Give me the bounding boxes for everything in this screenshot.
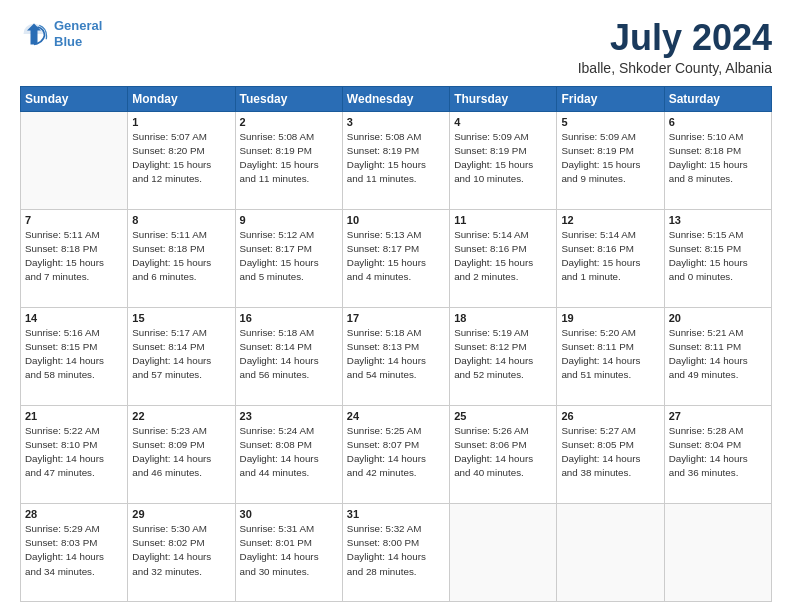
header-thursday: Thursday (450, 86, 557, 111)
header-wednesday: Wednesday (342, 86, 449, 111)
day-info: Sunrise: 5:31 AM Sunset: 8:01 PM Dayligh… (240, 522, 338, 579)
header-sunday: Sunday (21, 86, 128, 111)
day-info: Sunrise: 5:32 AM Sunset: 8:00 PM Dayligh… (347, 522, 445, 579)
day-number: 1 (132, 116, 230, 128)
day-info: Sunrise: 5:12 AM Sunset: 8:17 PM Dayligh… (240, 228, 338, 285)
table-row: 19Sunrise: 5:20 AM Sunset: 8:11 PM Dayli… (557, 307, 664, 405)
day-info: Sunrise: 5:08 AM Sunset: 8:19 PM Dayligh… (347, 130, 445, 187)
header-friday: Friday (557, 86, 664, 111)
day-number: 24 (347, 410, 445, 422)
title-block: July 2024 Iballe, Shkoder County, Albani… (578, 18, 772, 76)
table-row: 21Sunrise: 5:22 AM Sunset: 8:10 PM Dayli… (21, 405, 128, 503)
day-number: 19 (561, 312, 659, 324)
day-info: Sunrise: 5:29 AM Sunset: 8:03 PM Dayligh… (25, 522, 123, 579)
table-row: 24Sunrise: 5:25 AM Sunset: 8:07 PM Dayli… (342, 405, 449, 503)
day-number: 21 (25, 410, 123, 422)
table-row: 23Sunrise: 5:24 AM Sunset: 8:08 PM Dayli… (235, 405, 342, 503)
calendar-week-row: 28Sunrise: 5:29 AM Sunset: 8:03 PM Dayli… (21, 503, 772, 601)
table-row: 13Sunrise: 5:15 AM Sunset: 8:15 PM Dayli… (664, 209, 771, 307)
table-row: 18Sunrise: 5:19 AM Sunset: 8:12 PM Dayli… (450, 307, 557, 405)
logo-text: General Blue (54, 18, 102, 49)
table-row: 22Sunrise: 5:23 AM Sunset: 8:09 PM Dayli… (128, 405, 235, 503)
day-info: Sunrise: 5:20 AM Sunset: 8:11 PM Dayligh… (561, 326, 659, 383)
table-row: 15Sunrise: 5:17 AM Sunset: 8:14 PM Dayli… (128, 307, 235, 405)
table-row: 3Sunrise: 5:08 AM Sunset: 8:19 PM Daylig… (342, 111, 449, 209)
table-row: 6Sunrise: 5:10 AM Sunset: 8:18 PM Daylig… (664, 111, 771, 209)
day-info: Sunrise: 5:18 AM Sunset: 8:14 PM Dayligh… (240, 326, 338, 383)
day-info: Sunrise: 5:25 AM Sunset: 8:07 PM Dayligh… (347, 424, 445, 481)
day-info: Sunrise: 5:09 AM Sunset: 8:19 PM Dayligh… (454, 130, 552, 187)
day-info: Sunrise: 5:16 AM Sunset: 8:15 PM Dayligh… (25, 326, 123, 383)
day-info: Sunrise: 5:23 AM Sunset: 8:09 PM Dayligh… (132, 424, 230, 481)
day-number: 29 (132, 508, 230, 520)
day-info: Sunrise: 5:11 AM Sunset: 8:18 PM Dayligh… (132, 228, 230, 285)
calendar-week-row: 14Sunrise: 5:16 AM Sunset: 8:15 PM Dayli… (21, 307, 772, 405)
page: General Blue July 2024 Iballe, Shkoder C… (0, 0, 792, 612)
day-number: 30 (240, 508, 338, 520)
logo: General Blue (20, 18, 102, 49)
table-row: 7Sunrise: 5:11 AM Sunset: 8:18 PM Daylig… (21, 209, 128, 307)
header-saturday: Saturday (664, 86, 771, 111)
table-row (664, 503, 771, 601)
day-number: 15 (132, 312, 230, 324)
day-number: 25 (454, 410, 552, 422)
day-number: 17 (347, 312, 445, 324)
calendar-week-row: 21Sunrise: 5:22 AM Sunset: 8:10 PM Dayli… (21, 405, 772, 503)
day-info: Sunrise: 5:26 AM Sunset: 8:06 PM Dayligh… (454, 424, 552, 481)
main-title: July 2024 (578, 18, 772, 58)
day-info: Sunrise: 5:28 AM Sunset: 8:04 PM Dayligh… (669, 424, 767, 481)
day-info: Sunrise: 5:10 AM Sunset: 8:18 PM Dayligh… (669, 130, 767, 187)
header-monday: Monday (128, 86, 235, 111)
day-info: Sunrise: 5:30 AM Sunset: 8:02 PM Dayligh… (132, 522, 230, 579)
day-info: Sunrise: 5:21 AM Sunset: 8:11 PM Dayligh… (669, 326, 767, 383)
table-row: 4Sunrise: 5:09 AM Sunset: 8:19 PM Daylig… (450, 111, 557, 209)
day-number: 28 (25, 508, 123, 520)
table-row: 10Sunrise: 5:13 AM Sunset: 8:17 PM Dayli… (342, 209, 449, 307)
day-number: 6 (669, 116, 767, 128)
day-number: 22 (132, 410, 230, 422)
day-number: 26 (561, 410, 659, 422)
day-number: 31 (347, 508, 445, 520)
header: General Blue July 2024 Iballe, Shkoder C… (20, 18, 772, 76)
table-row: 27Sunrise: 5:28 AM Sunset: 8:04 PM Dayli… (664, 405, 771, 503)
calendar-week-row: 1Sunrise: 5:07 AM Sunset: 8:20 PM Daylig… (21, 111, 772, 209)
table-row: 30Sunrise: 5:31 AM Sunset: 8:01 PM Dayli… (235, 503, 342, 601)
table-row: 28Sunrise: 5:29 AM Sunset: 8:03 PM Dayli… (21, 503, 128, 601)
day-number: 5 (561, 116, 659, 128)
day-info: Sunrise: 5:08 AM Sunset: 8:19 PM Dayligh… (240, 130, 338, 187)
day-info: Sunrise: 5:07 AM Sunset: 8:20 PM Dayligh… (132, 130, 230, 187)
day-info: Sunrise: 5:17 AM Sunset: 8:14 PM Dayligh… (132, 326, 230, 383)
day-info: Sunrise: 5:18 AM Sunset: 8:13 PM Dayligh… (347, 326, 445, 383)
calendar-header-row: Sunday Monday Tuesday Wednesday Thursday… (21, 86, 772, 111)
table-row: 11Sunrise: 5:14 AM Sunset: 8:16 PM Dayli… (450, 209, 557, 307)
day-info: Sunrise: 5:14 AM Sunset: 8:16 PM Dayligh… (561, 228, 659, 285)
table-row (557, 503, 664, 601)
day-number: 3 (347, 116, 445, 128)
day-number: 23 (240, 410, 338, 422)
table-row: 9Sunrise: 5:12 AM Sunset: 8:17 PM Daylig… (235, 209, 342, 307)
table-row: 14Sunrise: 5:16 AM Sunset: 8:15 PM Dayli… (21, 307, 128, 405)
day-number: 14 (25, 312, 123, 324)
day-info: Sunrise: 5:11 AM Sunset: 8:18 PM Dayligh… (25, 228, 123, 285)
table-row (21, 111, 128, 209)
day-info: Sunrise: 5:13 AM Sunset: 8:17 PM Dayligh… (347, 228, 445, 285)
day-info: Sunrise: 5:09 AM Sunset: 8:19 PM Dayligh… (561, 130, 659, 187)
calendar-table: Sunday Monday Tuesday Wednesday Thursday… (20, 86, 772, 602)
day-info: Sunrise: 5:27 AM Sunset: 8:05 PM Dayligh… (561, 424, 659, 481)
table-row: 12Sunrise: 5:14 AM Sunset: 8:16 PM Dayli… (557, 209, 664, 307)
day-number: 16 (240, 312, 338, 324)
day-number: 4 (454, 116, 552, 128)
logo-icon (20, 20, 48, 48)
table-row: 31Sunrise: 5:32 AM Sunset: 8:00 PM Dayli… (342, 503, 449, 601)
table-row: 26Sunrise: 5:27 AM Sunset: 8:05 PM Dayli… (557, 405, 664, 503)
day-number: 7 (25, 214, 123, 226)
day-number: 9 (240, 214, 338, 226)
day-number: 2 (240, 116, 338, 128)
day-info: Sunrise: 5:15 AM Sunset: 8:15 PM Dayligh… (669, 228, 767, 285)
day-number: 13 (669, 214, 767, 226)
day-number: 10 (347, 214, 445, 226)
table-row: 16Sunrise: 5:18 AM Sunset: 8:14 PM Dayli… (235, 307, 342, 405)
table-row: 8Sunrise: 5:11 AM Sunset: 8:18 PM Daylig… (128, 209, 235, 307)
table-row (450, 503, 557, 601)
day-number: 18 (454, 312, 552, 324)
